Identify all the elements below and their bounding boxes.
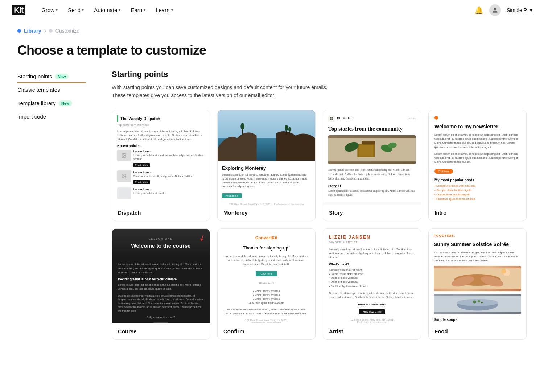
svg-rect-20 [362, 141, 375, 145]
nav-automate[interactable]: Automate ▾ [90, 5, 125, 15]
food-preview: foodtime. Sunny Summer Solstice Soirée I… [429, 229, 526, 323]
template-course[interactable]: ↙ LESSON ONE Welcome to the course Lorem… [112, 228, 210, 340]
food-name: Food [429, 323, 526, 339]
template-library-label: Template library [17, 100, 56, 106]
svg-point-12 [288, 127, 291, 132]
template-artist[interactable]: LIZZIE JANSEN SINGER & ARTIST Lorem ipsu… [323, 228, 421, 340]
template-monterey[interactable]: Exploring Monterey Lorem ipsum dolor sit… [217, 110, 316, 221]
svg-rect-19 [359, 145, 373, 157]
svg-rect-15 [330, 119, 331, 120]
content-area: Starting points With starting points you… [94, 70, 544, 340]
user-menu[interactable]: Simple P. ▾ [507, 7, 532, 13]
svg-point-10 [285, 125, 288, 131]
starting-points-label: Starting points [17, 73, 52, 79]
course-name: Course [112, 323, 210, 339]
svg-point-2 [123, 154, 124, 155]
user-chevron: ▾ [530, 7, 532, 13]
main-layout: Starting points New Classic templates Te… [0, 58, 544, 340]
nav-right: 🔔 Simple P. ▾ [474, 4, 532, 16]
svg-point-29 [501, 269, 506, 273]
nav-learn[interactable]: Learn ▾ [151, 5, 177, 15]
library-dot [17, 29, 21, 33]
avatar [489, 4, 501, 16]
library-label: Library [24, 28, 41, 34]
page-title: Choose a template to customize [0, 34, 544, 58]
breadcrumb: Library › Customize [0, 20, 544, 34]
svg-rect-13 [330, 117, 331, 118]
user-name: Simple P. [507, 7, 528, 13]
template-intro[interactable]: Welcome to my newsletter! Lorem ipsum do… [428, 110, 527, 221]
sidebar: Starting points New Classic templates Te… [0, 70, 94, 340]
nav-grow[interactable]: Grow ▾ [37, 5, 62, 15]
svg-point-33 [473, 300, 476, 303]
svg-rect-14 [331, 117, 333, 118]
classic-templates-label: Classic templates [17, 87, 60, 93]
svg-rect-16 [331, 119, 333, 120]
section-title: Starting points [112, 70, 527, 79]
svg-point-8 [240, 123, 244, 130]
template-dispatch[interactable]: The Weekly Dispatch Top posts from this … [112, 110, 210, 221]
starting-points-badge: New [55, 74, 69, 79]
sidebar-item-template-library[interactable]: Template library New [17, 96, 86, 110]
story-name: Story [323, 205, 421, 221]
svg-point-4 [123, 175, 124, 176]
svg-point-0 [494, 8, 496, 10]
customize-label: Customize [55, 28, 79, 34]
template-confirm[interactable]: ConvertKit Thanks for signing up! Lorem … [217, 228, 316, 340]
svg-point-35 [481, 301, 483, 303]
navigation: Kit Grow ▾ Send ▾ Automate ▾ Earn ▾ Lear… [0, 0, 544, 20]
monterey-name: Monterey [218, 205, 315, 221]
intro-name: Intro [429, 205, 526, 221]
course-preview: LESSON ONE Welcome to the course Lorem i… [112, 229, 210, 323]
intro-preview: Welcome to my newsletter! Lorem ipsum do… [429, 110, 526, 205]
svg-point-32 [457, 299, 498, 306]
notification-bell[interactable]: 🔔 [474, 6, 483, 15]
sidebar-item-import-code[interactable]: Import code [17, 110, 86, 123]
story-preview: BLOG KIT 2025 #1 Top stories from the co… [323, 110, 421, 205]
confirm-preview: ConvertKit Thanks for signing up! Lorem … [218, 229, 315, 323]
breadcrumb-step-customize[interactable]: Customize [49, 28, 79, 34]
breadcrumb-arrow: › [44, 28, 46, 34]
monterey-preview: Exploring Monterey Lorem ipsum dolor sit… [218, 110, 315, 205]
sidebar-item-classic-templates[interactable]: Classic templates [17, 83, 86, 96]
template-story[interactable]: BLOG KIT 2025 #1 Top stories from the co… [323, 110, 421, 221]
nav-links: Grow ▾ Send ▾ Automate ▾ Earn ▾ Learn ▾ [37, 5, 474, 15]
svg-point-34 [478, 300, 480, 302]
customize-dot [49, 29, 53, 33]
sidebar-item-starting-points[interactable]: Starting points New [17, 70, 86, 83]
import-code-label: Import code [17, 114, 46, 120]
nav-send[interactable]: Send ▾ [63, 5, 88, 15]
template-food[interactable]: foodtime. Sunny Summer Solstice Soirée I… [428, 228, 527, 340]
logo[interactable]: Kit [12, 5, 25, 15]
template-grid: The Weekly Dispatch Top posts from this … [112, 110, 527, 340]
confirm-name: Confirm [218, 323, 315, 339]
dispatch-preview: The Weekly Dispatch Top posts from this … [112, 110, 210, 205]
artist-preview: LIZZIE JANSEN SINGER & ARTIST Lorem ipsu… [323, 229, 421, 323]
section-description: With starting points you can save custom… [112, 83, 358, 100]
artist-name: Artist [323, 323, 421, 339]
nav-earn[interactable]: Earn ▾ [126, 5, 150, 15]
breadcrumb-step-library[interactable]: Library [17, 28, 41, 34]
dispatch-name: Dispatch [112, 205, 210, 221]
template-library-badge: New [59, 100, 72, 106]
